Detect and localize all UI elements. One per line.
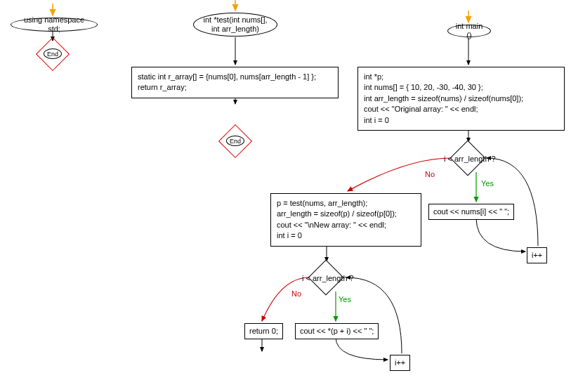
fc3-body2: p = test(nums, arr_length); arr_length =… [270,193,421,247]
fc3-return: return 0; [244,323,283,339]
fc3-loop1-body: cout << nums[i] << " "; [428,204,514,220]
fc3-loop2-body: cout << *(p + i) << " "; [295,323,379,339]
fc3-inc1: i++ [527,247,547,263]
fc1-end: End [41,42,65,66]
cond2-no-label: No [291,289,301,298]
fc3-inc2: i++ [390,355,410,371]
fc2-end: End [223,129,247,153]
cond2-yes-label: Yes [339,295,351,303]
cond1-yes-label: Yes [481,179,494,188]
fc2-body: static int r_array[] = {nums[0], nums[ar… [131,67,339,98]
fc1-start: using namespace std; [11,18,98,32]
cond1-no-label: No [425,170,435,178]
fc3-start: int main () [447,25,491,37]
fc3-body1: int *p; int nums[] = { 10, 20, -30, -40,… [357,67,565,131]
fc2-start: int *test(int nums[], int arr_length) [193,13,277,37]
